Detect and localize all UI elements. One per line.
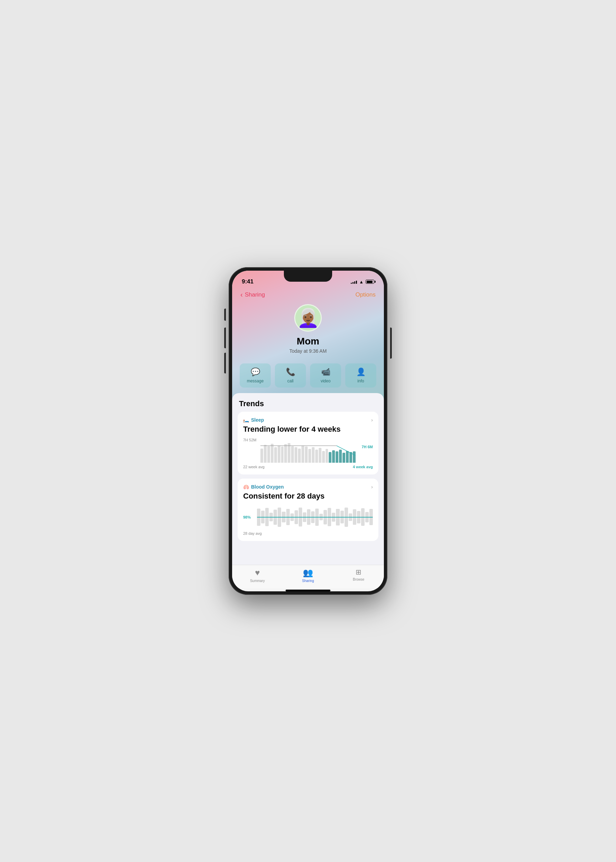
notch (284, 271, 332, 282)
sleep-card-header: 🛏️ Sleep › (243, 417, 373, 423)
info-label: info (357, 378, 364, 383)
trends-title: Trends (239, 399, 377, 408)
sleep-chart: 7H 52M 7H 6M 22 week avg 4 week avg (243, 438, 373, 469)
avatar: 👩🏾‍🦳 (294, 304, 322, 332)
video-icon: 📹 (321, 367, 330, 377)
action-buttons: 💬 message 📞 call 📹 video 👤 info (232, 359, 384, 393)
message-button[interactable]: 💬 message (240, 363, 271, 388)
phone-frame: 9:41 ▲ ‹ Sha (229, 267, 387, 595)
call-icon: 📞 (286, 367, 295, 377)
signal-bar-2 (352, 282, 354, 284)
status-icons: ▲ (351, 279, 374, 284)
mute-button[interactable] (224, 309, 226, 321)
back-button[interactable]: ‹ Sharing (240, 290, 265, 298)
sleep-chevron-icon: › (371, 417, 373, 423)
status-time: 9:41 (242, 278, 253, 285)
svg-line-1 (336, 446, 355, 456)
blood-oxygen-pct-label: 98% (243, 515, 251, 519)
profile-name: Mom (297, 336, 319, 347)
tab-summary[interactable]: ♥ Summary (232, 568, 283, 583)
phone-screen: 9:41 ▲ ‹ Sha (232, 271, 384, 591)
sharing-tab-label: Sharing (302, 579, 314, 583)
avatar-emoji: 👩🏾‍🦳 (297, 308, 319, 328)
back-chevron-icon: ‹ (240, 290, 243, 298)
signal-bar-3 (354, 281, 355, 284)
options-button[interactable]: Options (355, 291, 376, 298)
home-indicator (286, 590, 330, 591)
battery-fill (367, 281, 372, 283)
blood-oxygen-card[interactable]: 🫁 Blood Oxygen › Consistent for 28 days … (238, 479, 378, 541)
trends-header: Trends (232, 393, 384, 412)
screen-content: 9:41 ▲ ‹ Sha (232, 271, 384, 591)
sleep-card-title: 🛏️ Sleep (243, 417, 264, 423)
blood-oxygen-chevron-icon: › (371, 484, 373, 490)
sleep-title-label: Sleep (251, 417, 264, 423)
profile-last-seen: Today at 9:36 AM (289, 348, 327, 354)
sharing-tab-icon: 👥 (303, 568, 313, 578)
video-label: video (321, 378, 331, 383)
back-label: Sharing (245, 291, 265, 298)
signal-bar-4 (356, 281, 357, 284)
volume-down-button[interactable] (224, 353, 226, 374)
blood-oxygen-card-header: 🫁 Blood Oxygen › (243, 484, 373, 490)
sleep-card[interactable]: 🛏️ Sleep › Trending lower for 4 weeks 7H… (238, 412, 378, 474)
sleep-trend-line (261, 443, 355, 463)
tab-bar: ♥ Summary 👥 Sharing ⊞ Browse (232, 565, 384, 588)
signal-icon (351, 279, 357, 284)
signal-bar-1 (351, 283, 352, 284)
tab-browse[interactable]: ⊞ Browse (333, 568, 384, 583)
main-content: Trends 🛏️ Sleep › Trending lower for 4 w… (232, 393, 384, 565)
battery-icon (366, 279, 374, 284)
tab-sharing[interactable]: 👥 Sharing (283, 568, 333, 583)
call-label: call (287, 378, 294, 383)
wifi-icon: ▲ (359, 279, 363, 284)
blood-oxygen-headline: Consistent for 28 days (243, 492, 373, 501)
sleep-icon: 🛏️ (243, 417, 249, 423)
sleep-headline: Trending lower for 4 weeks (243, 425, 373, 434)
message-label: message (247, 378, 264, 383)
summary-tab-label: Summary (250, 579, 265, 583)
call-button[interactable]: 📞 call (275, 363, 306, 388)
video-button[interactable]: 📹 video (310, 363, 341, 388)
sleep-period-left: 22 week avg (243, 465, 264, 469)
profile-section: 👩🏾‍🦳 Mom Today at 9:36 AM (232, 301, 384, 359)
blood-oxygen-card-title: 🫁 Blood Oxygen (243, 484, 284, 490)
browse-tab-label: Browse (353, 578, 364, 581)
blood-oxygen-chart: 98% (243, 505, 373, 529)
power-button[interactable] (390, 328, 392, 359)
summary-tab-icon: ♥ (255, 568, 260, 578)
message-icon: 💬 (251, 367, 260, 377)
volume-up-button[interactable] (224, 328, 226, 348)
sleep-period-right: 4 week avg (353, 465, 373, 469)
info-icon: 👤 (356, 367, 366, 377)
nav-bar: ‹ Sharing Options (232, 288, 384, 301)
blood-oxygen-trend-line (257, 517, 373, 518)
sleep-avg-label-right: 7H 6M (362, 445, 373, 449)
browse-tab-icon: ⊞ (355, 568, 361, 576)
info-button[interactable]: 👤 info (345, 363, 376, 388)
blood-oxygen-icon: 🫁 (243, 484, 249, 490)
sleep-avg-label-left: 7H 52M (243, 438, 257, 442)
blood-oxygen-period: 28 day avg (243, 531, 373, 535)
blood-oxygen-title-label: Blood Oxygen (251, 484, 284, 490)
